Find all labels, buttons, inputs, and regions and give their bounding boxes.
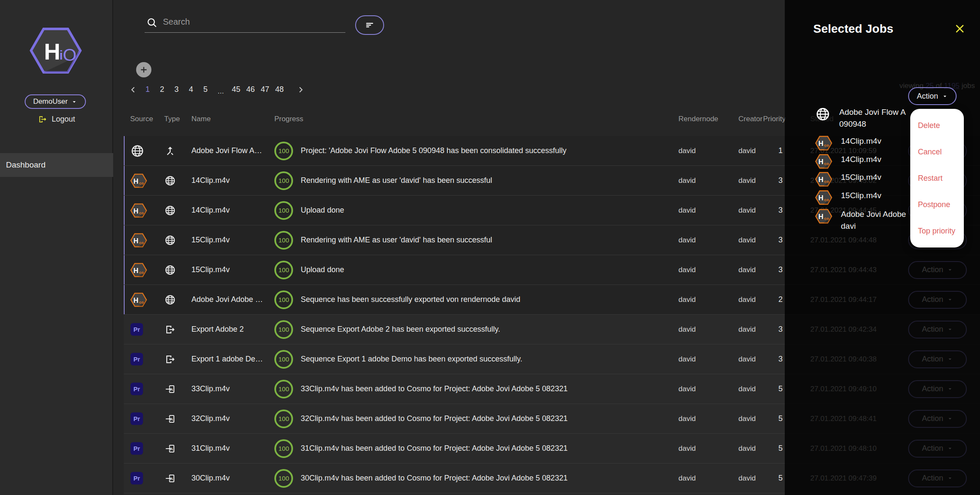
menu-item-postpone[interactable]: Postpone (910, 200, 964, 209)
filter-icon (364, 20, 375, 31)
menu-item-restart[interactable]: Restart (910, 174, 964, 183)
logout-button[interactable]: Logout (0, 113, 113, 125)
job-message: 32Clip.m4v has been added to Cosmo for P… (301, 414, 678, 423)
globe-type-icon (164, 234, 176, 246)
job-name: 14Clip.m4v (191, 176, 274, 185)
sidebar-item-dashboard[interactable]: Dashboard (0, 153, 113, 177)
page-48[interactable]: 48 (272, 85, 287, 94)
col-rendernode: Rendernode (678, 115, 738, 123)
priority-value: 3 (763, 355, 783, 364)
search-field (145, 11, 345, 33)
priority-value: 5 (763, 384, 783, 393)
add-job-button[interactable] (136, 62, 151, 77)
hco-source-icon (815, 135, 832, 151)
creator-value: david (738, 474, 763, 483)
hco-source-icon (130, 173, 147, 188)
search-input[interactable] (162, 17, 345, 27)
user-name: DemoUser (33, 97, 68, 106)
hco-source-icon (815, 190, 832, 205)
page-3[interactable]: 3 (169, 85, 184, 94)
job-name: 14Clip.m4v (191, 206, 274, 215)
selected-job-item: 14Clip.m4v (815, 135, 914, 151)
chevron-down-icon (71, 99, 77, 105)
creator-value: david (738, 325, 763, 334)
logout-icon (38, 114, 48, 124)
job-name: 32Clip.m4v (191, 414, 274, 423)
job-name: Adobe Jovi Adobe … (191, 295, 274, 304)
page-46[interactable]: 46 (243, 85, 258, 94)
progress-ring: 100 (274, 231, 293, 250)
next-page-icon[interactable] (296, 85, 305, 94)
progress-ring: 100 (274, 469, 293, 488)
selected-job-item: 14Clip.m4v (815, 154, 914, 169)
menu-item-delete[interactable]: Delete (910, 121, 964, 130)
job-message: 31Clip.m4v has been added to Cosmo for P… (301, 444, 678, 453)
menu-item-cancel[interactable]: Cancel (910, 148, 964, 156)
user-menu-button[interactable]: DemoUser (25, 94, 86, 109)
job-message: Sequence has been successfully exported … (301, 295, 678, 304)
premiere-source-icon (130, 442, 143, 455)
page-47[interactable]: 47 (258, 85, 272, 94)
rendernode-value: david (678, 355, 738, 364)
panel-action-button[interactable]: Action (908, 87, 957, 105)
globe-type-icon (164, 294, 176, 306)
logo-letter-o: O (63, 45, 77, 65)
panel-title: Selected Jobs (813, 22, 893, 36)
rendernode-value: david (678, 236, 738, 245)
hco-source-icon (130, 262, 147, 278)
progress-ring: 100 (274, 439, 293, 458)
premiere-source-icon (130, 323, 143, 336)
rendernode-value: david (678, 206, 738, 215)
col-type: Type (164, 115, 191, 123)
rendernode-value: david (678, 296, 738, 304)
selected-job-name: 14Clip.m4v (841, 154, 914, 165)
creator-value: david (738, 236, 763, 245)
import-type-icon (164, 472, 176, 484)
job-message: Rendering with AME as user 'david' has b… (301, 236, 678, 245)
page-2[interactable]: 2 (155, 85, 169, 94)
progress-ring: 100 (274, 350, 293, 369)
priority-value: 3 (763, 265, 783, 274)
import-type-icon (164, 413, 176, 425)
col-name: Name (191, 115, 274, 123)
selected-job-item: Adobe Jovi Flow A 090948 (815, 106, 912, 130)
globe-type-icon (164, 205, 176, 216)
filter-button[interactable] (355, 15, 384, 35)
plus-icon (139, 65, 149, 75)
progress-ring: 100 (274, 142, 293, 160)
progress-ring: 100 (274, 380, 293, 398)
progress-ring: 100 (274, 320, 293, 339)
job-name: 33Clip.m4v (191, 384, 274, 393)
export-type-icon (164, 353, 176, 365)
job-name: Export Adobe 2 (191, 325, 274, 334)
close-icon[interactable] (954, 23, 966, 34)
creator-value: david (738, 444, 763, 453)
creator-value: david (738, 206, 763, 215)
rendernode-value: david (678, 474, 738, 483)
col-creator: Creator (738, 115, 763, 123)
page-5[interactable]: 5 (198, 85, 213, 94)
search-icon (146, 17, 158, 28)
page-4[interactable]: 4 (184, 85, 198, 94)
prev-page-icon[interactable] (128, 85, 138, 94)
globe-source-icon (815, 106, 831, 122)
menu-item-top-priority[interactable]: Top priority (910, 227, 964, 236)
page-1[interactable]: 1 (140, 85, 155, 94)
selected-job-name: Adobe Jovi Adobe davi (841, 208, 914, 232)
hco-source-icon (815, 154, 832, 169)
priority-value: 2 (763, 295, 783, 304)
page-45[interactable]: 45 (229, 85, 243, 94)
pagination: 1 2 3 4 5 ... 45 46 47 48 (126, 83, 308, 96)
priority-value: 1 (763, 146, 783, 155)
rendernode-value: david (678, 266, 738, 274)
rendernode-value: david (678, 147, 738, 155)
creator-value: david (738, 296, 763, 304)
progress-ring: 100 (274, 171, 293, 190)
job-name: 31Clip.m4v (191, 444, 274, 453)
selected-job-item: 15Clip.m4v (815, 190, 914, 205)
nav-label: Dashboard (6, 160, 46, 170)
rendernode-value: david (678, 415, 738, 423)
globe-type-icon (164, 175, 176, 187)
logo-letter-h: H (44, 39, 60, 64)
progress-ring: 100 (274, 261, 293, 279)
